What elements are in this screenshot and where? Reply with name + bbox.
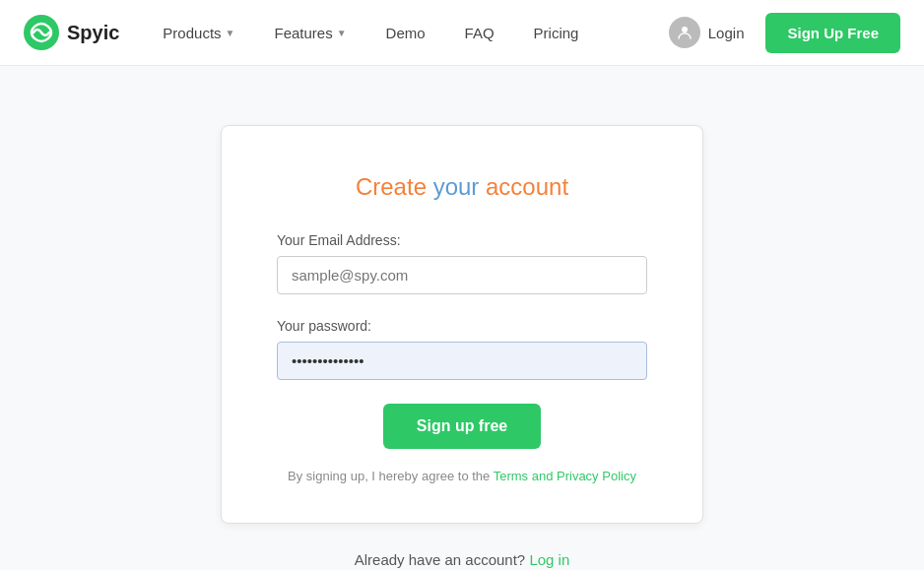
products-chevron-icon: ▼ (226, 28, 235, 38)
login-button[interactable]: Login (657, 11, 757, 54)
main-content: Create your account Your Email Address: … (0, 66, 924, 570)
navbar: Spyic Products ▼ Features ▼ Demo FAQ Pri… (0, 0, 924, 66)
log-in-link[interactable]: Log in (529, 551, 569, 568)
nav-links: Products ▼ Features ▼ Demo FAQ Pricing (143, 0, 656, 66)
brand-logo[interactable]: Spyic (24, 15, 119, 50)
email-label: Your Email Address: (277, 232, 647, 248)
email-group: Your Email Address: (277, 232, 647, 294)
brand-name: Spyic (67, 22, 119, 44)
login-label: Login (708, 25, 745, 41)
form-title: Create your account (277, 173, 647, 201)
terms-text: By signing up, I hereby agree to the Ter… (277, 469, 647, 483)
spyic-logo-icon (24, 15, 59, 50)
nav-features[interactable]: Features ▼ (254, 0, 365, 66)
title-create: Create (356, 173, 433, 200)
already-account-text: Already have an account? Log in (355, 551, 570, 568)
signup-form-card: Create your account Your Email Address: … (221, 125, 703, 524)
nav-signup-button[interactable]: Sign Up Free (765, 13, 900, 53)
user-icon (669, 17, 700, 48)
password-group: Your password: (277, 318, 647, 380)
title-account: account (479, 173, 568, 200)
nav-pricing[interactable]: Pricing (514, 0, 599, 66)
email-input[interactable] (277, 256, 647, 294)
title-your: your (433, 173, 480, 200)
nav-products[interactable]: Products ▼ (143, 0, 254, 66)
nav-faq[interactable]: FAQ (445, 0, 514, 66)
password-label: Your password: (277, 318, 647, 334)
svg-point-1 (682, 27, 688, 32)
terms-link[interactable]: Terms and Privacy Policy (494, 469, 636, 483)
nav-right: Login Sign Up Free (657, 11, 900, 54)
nav-demo[interactable]: Demo (366, 0, 445, 66)
password-input[interactable] (277, 342, 647, 380)
features-chevron-icon: ▼ (337, 28, 347, 38)
form-signup-button[interactable]: Sign up free (383, 404, 541, 449)
